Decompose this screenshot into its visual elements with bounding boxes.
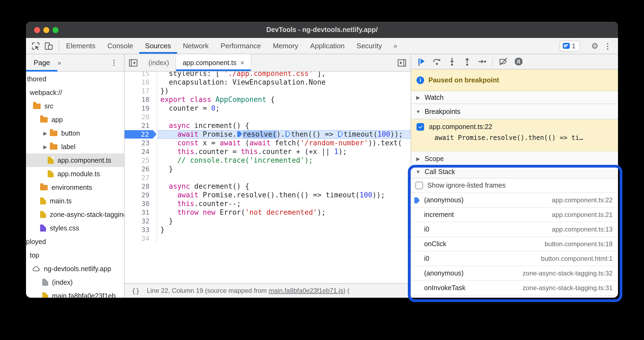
sourcemap-link[interactable]: main.fa8bfa0e23f1eb71.js xyxy=(269,287,343,294)
tree-item-environments[interactable]: environments xyxy=(26,181,124,194)
code-line-33[interactable]: 33} xyxy=(125,225,411,234)
section-watch[interactable]: ▶ Watch xyxy=(411,91,618,104)
tree-item-main-ts[interactable]: main.ts xyxy=(26,194,124,208)
tree-item-ployed[interactable]: ployed xyxy=(26,235,124,248)
code-line-29[interactable]: 29 await Promise.resolve().then(() => ti… xyxy=(125,191,411,199)
section-scope[interactable]: ▶ Scope xyxy=(411,152,618,166)
section-breakpoints[interactable]: ▼ Breakpoints xyxy=(411,104,618,119)
line-number[interactable]: 23 xyxy=(125,139,157,147)
call-stack-frame-5[interactable]: (anonymous)zone-async-stack-tagging.ts:3… xyxy=(411,266,618,281)
tab-application[interactable]: Application xyxy=(304,38,350,54)
show-debugger-sidebar-icon[interactable] xyxy=(393,54,411,71)
navigator-kebab-icon[interactable]: ⋮ xyxy=(110,59,124,67)
more-panels-chevron[interactable]: » xyxy=(388,38,403,54)
tree-item-main-fa8bfa0e23f1eb[interactable]: main.fa8bfa0e23f1eb xyxy=(26,289,124,298)
chat-issues-badge[interactable]: 1 xyxy=(560,40,580,51)
tab-network[interactable]: Network xyxy=(177,38,214,54)
code-line-22[interactable]: 22 await Promise.resolve().then(() => ti… xyxy=(125,130,411,139)
tree-item-webpack-[interactable]: webpack:// xyxy=(26,86,124,99)
tab-sources[interactable]: Sources xyxy=(139,38,177,54)
call-stack-frame-3[interactable]: onClickbutton.component.ts:18 xyxy=(411,237,618,252)
navigator-more-tabs-chevron[interactable]: » xyxy=(58,59,62,66)
code-line-23[interactable]: 23 const x = await (await fetch('/random… xyxy=(125,139,411,147)
breakpoint-entry[interactable]: app.component.ts:22 await Promise.resolv… xyxy=(411,119,618,152)
async-step-marker-icon[interactable] xyxy=(285,131,290,137)
tree-item-app[interactable]: app xyxy=(26,113,124,126)
line-number[interactable]: 30 xyxy=(125,199,157,208)
code-line-32[interactable]: 32 } xyxy=(125,217,411,225)
code-line-20[interactable]: 20 xyxy=(125,113,411,121)
editor-tab-app-component-ts[interactable]: app.component.ts× xyxy=(175,54,251,71)
async-step-marker-icon[interactable] xyxy=(237,131,242,137)
call-stack-frame-4[interactable]: i0button.component.html:1 xyxy=(411,252,618,266)
section-call-stack[interactable]: ▼ Call Stack xyxy=(411,166,618,178)
code-line-26[interactable]: 26 } xyxy=(125,165,411,173)
step-into-icon[interactable] xyxy=(447,57,457,66)
step-out-icon[interactable] xyxy=(462,57,472,66)
breakpoint-line-number[interactable]: 22 xyxy=(125,130,157,139)
tree-item-button[interactable]: ▶button xyxy=(26,126,124,140)
show-ignore-listed-checkbox[interactable] xyxy=(415,182,423,189)
hide-navigator-icon[interactable] xyxy=(125,54,142,71)
call-stack-frame-6[interactable]: onInvokeTaskzone-async-stack-tagging.ts:… xyxy=(411,281,618,296)
expand-arrow-icon[interactable]: ▶ xyxy=(43,144,49,149)
line-number[interactable]: 17 xyxy=(125,86,157,95)
line-number[interactable]: 20 xyxy=(125,113,157,121)
tab-memory[interactable]: Memory xyxy=(267,38,304,54)
line-number[interactable]: 26 xyxy=(125,165,157,173)
line-number[interactable]: 25 xyxy=(125,156,157,165)
tree-item-styles-css[interactable]: styles.css xyxy=(26,221,124,235)
tab-security[interactable]: Security xyxy=(351,38,388,54)
line-number[interactable]: 15 xyxy=(125,72,157,78)
tab-console[interactable]: Console xyxy=(101,38,139,54)
editor-tab--index-[interactable]: (index) xyxy=(142,54,175,71)
tree-item-label[interactable]: ▶label xyxy=(26,140,124,153)
line-number[interactable]: 19 xyxy=(125,104,157,113)
close-window-button[interactable] xyxy=(34,27,40,33)
code-line-19[interactable]: 19 counter = 0; xyxy=(125,104,411,113)
line-number[interactable]: 33 xyxy=(125,225,157,234)
line-number[interactable]: 28 xyxy=(125,182,157,191)
call-stack-frame-2[interactable]: i0app.component.ts:13 xyxy=(411,222,618,237)
line-number[interactable]: 34 xyxy=(125,234,157,243)
call-stack-frame-0[interactable]: (anonymous)app.component.ts:22 xyxy=(411,193,618,208)
code-viewport[interactable]: 15 styleUrls: [ './app.component.css' ],… xyxy=(125,72,411,283)
step-icon[interactable] xyxy=(477,57,487,66)
code-line-21[interactable]: 21 async increment() { xyxy=(125,121,411,130)
tree-item-ng-devtools-netlify-app[interactable]: ng-devtools.netlify.app xyxy=(26,262,124,275)
device-toolbar-icon[interactable] xyxy=(44,41,53,50)
line-number[interactable]: 32 xyxy=(125,217,157,225)
tree-item-app-module-ts[interactable]: app.module.ts xyxy=(26,167,124,181)
tree-item-top[interactable]: top xyxy=(26,248,124,262)
code-line-28[interactable]: 28 async decrement() { xyxy=(125,182,411,191)
pause-on-exceptions-icon[interactable] xyxy=(513,57,523,66)
pretty-print-braces-icon[interactable]: {} xyxy=(130,286,141,295)
line-number[interactable]: 24 xyxy=(125,147,157,156)
minimize-window-button[interactable] xyxy=(43,27,49,33)
async-step-marker-icon[interactable] xyxy=(338,131,343,137)
tab-page[interactable]: Page xyxy=(26,59,58,67)
tab-performance[interactable]: Performance xyxy=(215,38,267,54)
zoom-window-button[interactable] xyxy=(53,27,58,33)
code-line-34[interactable]: 34 xyxy=(125,234,411,243)
line-number[interactable]: 21 xyxy=(125,121,157,130)
resume-script-icon[interactable] xyxy=(417,57,426,66)
inspect-element-icon[interactable] xyxy=(31,41,40,50)
tree-item--index-[interactable]: (index) xyxy=(26,275,124,289)
code-line-15[interactable]: 15 styleUrls: [ './app.component.css' ], xyxy=(125,72,411,78)
code-line-25[interactable]: 25 // console.trace('incremented'); xyxy=(125,156,411,165)
code-line-30[interactable]: 30 this.counter--; xyxy=(125,199,411,208)
expand-arrow-icon[interactable]: ▶ xyxy=(43,130,49,136)
line-number[interactable]: 16 xyxy=(125,78,157,86)
tab-elements[interactable]: Elements xyxy=(60,38,101,54)
tree-item-zone-async-stack-tagging-ts[interactable]: zone-async-stack-tagging.ts xyxy=(26,208,124,221)
tree-item-thored[interactable]: thored xyxy=(26,72,124,86)
code-line-27[interactable]: 27 xyxy=(125,173,411,182)
close-tab-icon[interactable]: × xyxy=(240,59,244,67)
line-number[interactable]: 18 xyxy=(125,95,157,104)
line-number[interactable]: 27 xyxy=(125,173,157,182)
show-ignore-listed-row[interactable]: Show ignore-listed frames xyxy=(411,178,618,193)
code-line-18[interactable]: 18export class AppComponent { xyxy=(125,95,411,104)
main-menu-kebab-icon[interactable]: ⋮ xyxy=(603,41,613,50)
code-line-31[interactable]: 31 throw new Error('not decremented'); xyxy=(125,208,411,217)
